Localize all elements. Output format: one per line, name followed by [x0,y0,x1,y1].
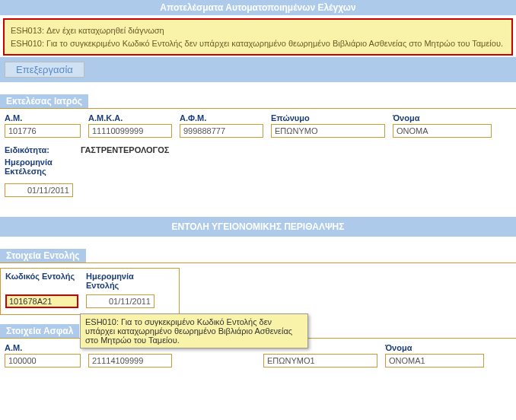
warnings-box: ESH013: Δεν έχει καταχωρηθεί διάγνωση ES… [3,18,513,56]
insurance-section-header: Στοιχεία Ασφαλ [0,324,79,338]
am-input[interactable] [5,124,81,138]
exec-date-input[interactable] [5,183,73,197]
doctor-section-header: Εκτελέσας Ιατρός [0,94,88,108]
ins-am-input[interactable] [5,354,81,368]
name-label: Όνομα [393,113,492,123]
error-tooltip: ESH010: Για το συγκεκριμένο Κωδικό Εντολ… [80,313,308,348]
warning-line-2: ESH010: Για το συγκεκριμένο Κωδικό Εντολ… [11,37,505,50]
name-input[interactable] [393,124,492,138]
specialty-value: ΓΑΣΤΡΕΝΤΕΡΟΛΟΓΟΣ [81,145,169,154]
afm-label: Α.Φ.Μ. [180,113,263,123]
order-box: Κωδικός Εντολής Ημερομηνία Εντολής [0,268,180,315]
ins-amka-input[interactable] [88,354,172,368]
order-section-header: Στοιχεία Εντολής [0,249,86,262]
surname-label: Επώνυμο [271,113,385,123]
results-header: Αποτελέσματα Αυτοματοποιημένων Ελέγχων [0,0,516,15]
am-label: A.M. [5,113,81,123]
amka-label: Α.Μ.Κ.Α. [88,113,172,123]
ins-surname-input[interactable] [263,354,377,368]
order-code-input[interactable] [5,294,78,308]
order-header-bar: ΕΝΤΟΛΗ ΥΓΕΙΟΝΟΜΙΚΗΣ ΠΕΡΙΘΑΛΨΗΣ [0,217,516,237]
ins-am-label: A.M. [5,343,81,352]
warning-line-1: ESH013: Δεν έχει καταχωρηθεί διάγνωση [11,24,505,37]
action-bar: Επεξεργασία [0,57,516,82]
ins-name-input[interactable] [385,354,484,368]
surname-input[interactable] [271,124,385,138]
order-date-input[interactable] [86,294,154,308]
amka-input[interactable] [88,124,172,138]
exec-date-label: Ημερομηνία Εκτέλεσης [5,158,65,176]
order-code-label: Κωδικός Εντολής [5,272,78,293]
afm-input[interactable] [180,124,263,138]
edit-button[interactable]: Επεξεργασία [5,62,84,78]
order-date-label: Ημερομηνία Εντολής [86,272,147,293]
specialty-label: Ειδικότητα: [5,145,81,154]
ins-name-label: Όνομα [385,343,484,352]
